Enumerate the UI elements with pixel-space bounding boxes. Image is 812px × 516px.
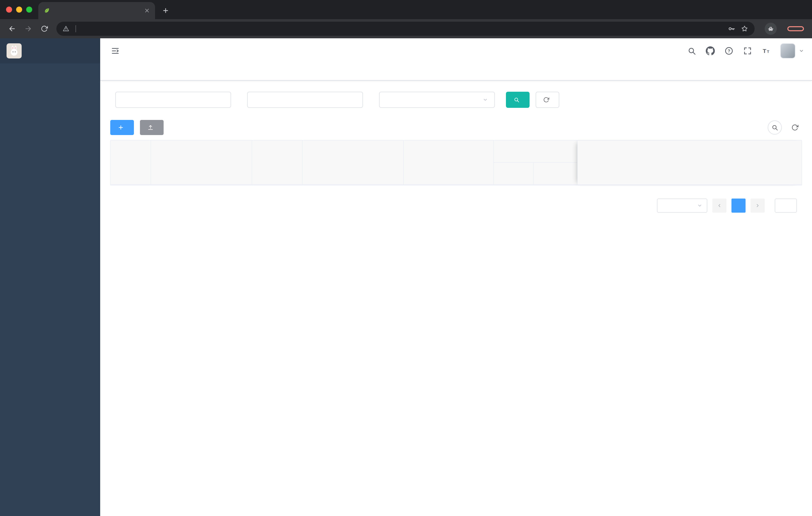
- search-icon: [771, 124, 778, 131]
- sidebar: [0, 38, 100, 516]
- warning-icon: [62, 25, 69, 32]
- refresh-icon: [543, 97, 549, 103]
- search-icon: [514, 97, 520, 103]
- incognito-icon: [765, 23, 777, 35]
- caret-down-icon: [697, 202, 703, 209]
- new-tab-button[interactable]: [158, 3, 173, 18]
- plus-icon: [118, 125, 124, 131]
- column-header: [494, 163, 533, 185]
- logo-avatar: [6, 43, 22, 58]
- column-group-header: [494, 141, 577, 163]
- goto-page-input[interactable]: [775, 198, 797, 213]
- tab-close-icon[interactable]: [144, 7, 150, 13]
- user-menu[interactable]: [780, 43, 805, 58]
- column-header: [252, 141, 302, 185]
- screen: [0, 0, 812, 516]
- filter-form: [110, 92, 802, 108]
- browser-tab[interactable]: [38, 2, 155, 19]
- upload-icon: [147, 125, 153, 131]
- window-controls: [5, 0, 38, 19]
- window-close-button[interactable]: [6, 6, 12, 12]
- chevron-right-icon: [755, 202, 761, 209]
- next-page-button[interactable]: [751, 198, 765, 213]
- divider: [76, 25, 76, 32]
- favicon-leaf-icon: [43, 7, 50, 14]
- refresh-table-button[interactable]: [788, 120, 802, 135]
- prev-page-button[interactable]: [712, 198, 726, 213]
- app-shell: [0, 38, 812, 516]
- refresh-icon: [791, 124, 799, 131]
- column-header: [302, 141, 404, 185]
- window-minimize-button[interactable]: [16, 6, 22, 12]
- user-avatar: [780, 43, 795, 58]
- column-header-actions: [577, 141, 802, 185]
- reset-button[interactable]: [535, 92, 559, 108]
- tags-view: [100, 63, 812, 81]
- plus-icon: [162, 7, 169, 14]
- browser-chrome: [0, 0, 812, 38]
- forward-button[interactable]: [21, 22, 35, 36]
- process-model-table: [110, 140, 802, 185]
- table-toolbar: [110, 120, 802, 135]
- security-badge[interactable]: [62, 25, 72, 32]
- caret-down-icon: [799, 48, 805, 54]
- fullscreen-icon[interactable]: [743, 46, 752, 55]
- browser-update-button[interactable]: [787, 26, 804, 31]
- back-button[interactable]: [5, 22, 19, 36]
- create-process-button[interactable]: [110, 120, 134, 135]
- page-size-select[interactable]: [657, 198, 707, 213]
- arrow-right-icon: [24, 25, 32, 33]
- main-area: [100, 38, 812, 516]
- window-zoom-button[interactable]: [26, 6, 32, 12]
- page-content: [100, 81, 812, 516]
- github-icon[interactable]: [706, 46, 715, 55]
- text-size-icon[interactable]: [762, 46, 771, 55]
- search-button[interactable]: [506, 92, 529, 108]
- category-select[interactable]: [379, 92, 495, 108]
- column-header: [111, 141, 151, 185]
- table-header: [111, 141, 802, 185]
- chevron-left-icon: [716, 202, 722, 209]
- search-icon[interactable]: [687, 46, 696, 55]
- top-navbar: [100, 38, 812, 63]
- incognito-badge: [765, 23, 780, 35]
- help-icon[interactable]: [724, 46, 733, 55]
- process-id-input[interactable]: [115, 92, 231, 108]
- menu-fold-icon[interactable]: [108, 43, 123, 58]
- reload-button[interactable]: [37, 22, 51, 36]
- column-header: [533, 163, 577, 185]
- browser-toolbar: [0, 19, 812, 38]
- key-icon[interactable]: [727, 25, 735, 33]
- bookmark-star-icon[interactable]: [741, 25, 749, 33]
- address-bar[interactable]: [56, 22, 755, 36]
- import-process-button[interactable]: [140, 120, 164, 135]
- column-header: [404, 141, 494, 185]
- arrow-left-icon: [8, 25, 16, 33]
- show-search-button[interactable]: [768, 120, 782, 135]
- current-page-button[interactable]: [731, 198, 746, 213]
- topbar-icons: [687, 43, 805, 58]
- process-name-input[interactable]: [247, 92, 363, 108]
- pagination: [110, 198, 802, 213]
- reload-icon: [41, 25, 48, 32]
- caret-down-icon: [482, 97, 488, 103]
- column-header: [151, 141, 252, 185]
- sidebar-logo[interactable]: [0, 38, 100, 63]
- browser-tab-strip: [0, 0, 812, 19]
